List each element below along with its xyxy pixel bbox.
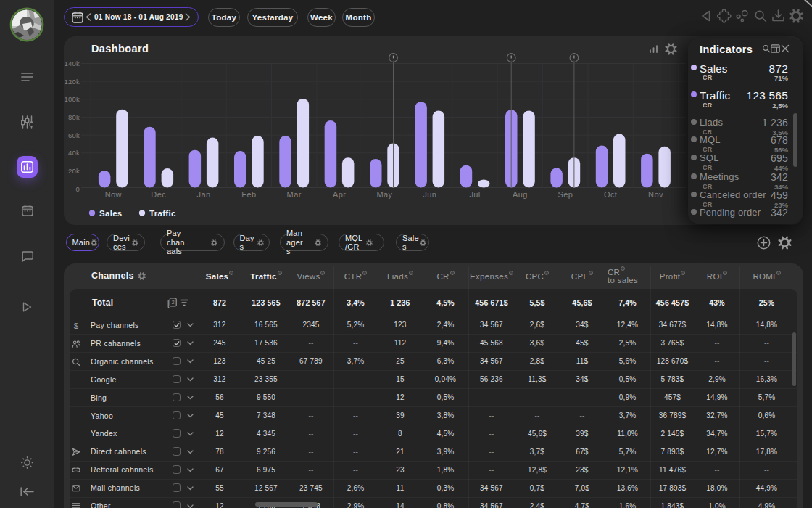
svg-text:Jan: Jan	[197, 190, 211, 199]
svg-text:Aug: Aug	[513, 190, 528, 199]
svg-text:Oct: Oct	[604, 190, 617, 199]
svg-text:100k: 100k	[65, 95, 80, 103]
svg-text:$: $	[74, 321, 79, 330]
svg-text:Now: Now	[105, 190, 122, 199]
svg-text:Traffic: Traffic	[149, 209, 176, 218]
svg-text:Mar: Mar	[287, 190, 302, 199]
svg-text:Jun: Jun	[423, 190, 436, 199]
svg-text:20k: 20k	[68, 167, 80, 175]
svg-text:120k: 120k	[65, 78, 80, 86]
svg-text:80k: 80k	[68, 113, 80, 121]
svg-text:0: 0	[76, 185, 80, 193]
svg-text:Jul: Jul	[469, 190, 480, 199]
svg-text:40k: 40k	[68, 149, 80, 157]
svg-text:Apr: Apr	[333, 190, 346, 199]
svg-text:Nov: Nov	[648, 190, 663, 199]
svg-text:Sep: Sep	[558, 190, 573, 199]
svg-text:60k: 60k	[68, 131, 80, 139]
svg-text:May: May	[376, 190, 392, 199]
svg-text:140k: 140k	[65, 60, 80, 67]
svg-text:Sales: Sales	[99, 209, 123, 218]
svg-text:Dec: Dec	[151, 190, 166, 199]
svg-text:Feb: Feb	[241, 190, 256, 199]
svg-text:2: 2	[172, 300, 175, 305]
